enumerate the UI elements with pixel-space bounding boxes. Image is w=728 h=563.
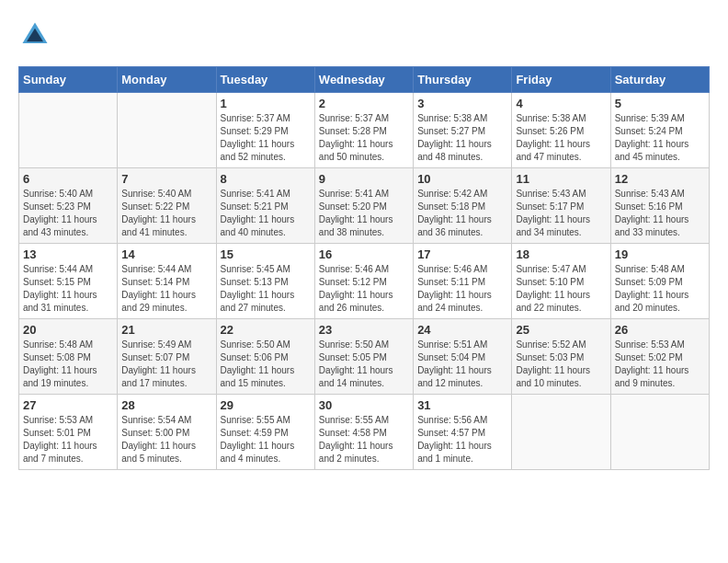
calendar-cell: 5Sunrise: 5:39 AMSunset: 5:24 PMDaylight… (610, 93, 709, 168)
day-detail: Sunrise: 5:44 AMSunset: 5:14 PMDaylight:… (121, 263, 211, 315)
day-detail: Sunrise: 5:46 AMSunset: 5:11 PMDaylight:… (417, 263, 507, 315)
calendar-cell: 13Sunrise: 5:44 AMSunset: 5:15 PMDayligh… (19, 244, 118, 319)
calendar-week-row: 1Sunrise: 5:37 AMSunset: 5:29 PMDaylight… (19, 93, 710, 168)
day-detail: Sunrise: 5:48 AMSunset: 5:09 PMDaylight:… (615, 263, 705, 315)
day-detail: Sunrise: 5:43 AMSunset: 5:16 PMDaylight:… (615, 188, 705, 239)
day-number: 18 (516, 247, 606, 261)
calendar-week-row: 13Sunrise: 5:44 AMSunset: 5:15 PMDayligh… (19, 244, 710, 319)
day-number: 10 (417, 172, 507, 186)
day-number: 23 (319, 323, 409, 337)
day-number: 17 (417, 247, 507, 261)
calendar-cell: 20Sunrise: 5:48 AMSunset: 5:08 PMDayligh… (19, 319, 118, 395)
day-detail: Sunrise: 5:40 AMSunset: 5:22 PMDaylight:… (121, 188, 211, 239)
weekday-header: Tuesday (216, 67, 314, 93)
weekday-header: Monday (118, 67, 216, 93)
day-number: 25 (516, 323, 606, 337)
calendar-table: SundayMondayTuesdayWednesdayThursdayFrid… (18, 66, 710, 470)
weekday-row: SundayMondayTuesdayWednesdayThursdayFrid… (19, 67, 710, 93)
calendar-cell: 11Sunrise: 5:43 AMSunset: 5:17 PMDayligh… (512, 168, 610, 244)
calendar-cell (512, 395, 610, 470)
weekday-header: Sunday (19, 67, 118, 93)
day-number: 6 (23, 172, 113, 186)
day-detail: Sunrise: 5:38 AMSunset: 5:27 PMDaylight:… (417, 112, 507, 164)
page-header (18, 18, 710, 52)
calendar-cell: 30Sunrise: 5:55 AMSunset: 4:58 PMDayligh… (314, 395, 413, 470)
day-number: 15 (221, 247, 311, 261)
day-detail: Sunrise: 5:39 AMSunset: 5:24 PMDaylight:… (615, 112, 705, 164)
day-number: 19 (615, 247, 705, 261)
calendar-week-row: 20Sunrise: 5:48 AMSunset: 5:08 PMDayligh… (19, 319, 710, 395)
calendar-cell: 4Sunrise: 5:38 AMSunset: 5:26 PMDaylight… (512, 93, 610, 168)
day-number: 29 (221, 398, 311, 412)
day-detail: Sunrise: 5:56 AMSunset: 4:57 PMDaylight:… (417, 414, 507, 465)
day-detail: Sunrise: 5:51 AMSunset: 5:04 PMDaylight:… (417, 339, 507, 390)
day-detail: Sunrise: 5:52 AMSunset: 5:03 PMDaylight:… (516, 339, 606, 390)
day-detail: Sunrise: 5:42 AMSunset: 5:18 PMDaylight:… (417, 188, 507, 239)
day-detail: Sunrise: 5:40 AMSunset: 5:23 PMDaylight:… (23, 188, 113, 239)
logo-icon (18, 18, 51, 52)
day-number: 5 (615, 97, 705, 110)
calendar-cell: 7Sunrise: 5:40 AMSunset: 5:22 PMDaylight… (118, 168, 216, 244)
calendar-cell: 28Sunrise: 5:54 AMSunset: 5:00 PMDayligh… (118, 395, 216, 470)
calendar-body: 1Sunrise: 5:37 AMSunset: 5:29 PMDaylight… (19, 93, 710, 470)
calendar-cell: 29Sunrise: 5:55 AMSunset: 4:59 PMDayligh… (216, 395, 314, 470)
day-number: 12 (615, 172, 705, 186)
day-detail: Sunrise: 5:45 AMSunset: 5:13 PMDaylight:… (221, 263, 311, 315)
calendar-cell (610, 395, 709, 470)
calendar-cell: 14Sunrise: 5:44 AMSunset: 5:14 PMDayligh… (118, 244, 216, 319)
calendar-cell: 15Sunrise: 5:45 AMSunset: 5:13 PMDayligh… (216, 244, 314, 319)
day-number: 1 (221, 97, 311, 110)
day-number: 3 (417, 97, 507, 110)
calendar-cell: 12Sunrise: 5:43 AMSunset: 5:16 PMDayligh… (610, 168, 709, 244)
weekday-header: Saturday (610, 67, 709, 93)
day-detail: Sunrise: 5:37 AMSunset: 5:29 PMDaylight:… (221, 112, 311, 164)
calendar-cell: 6Sunrise: 5:40 AMSunset: 5:23 PMDaylight… (19, 168, 118, 244)
calendar-week-row: 6Sunrise: 5:40 AMSunset: 5:23 PMDaylight… (19, 168, 710, 244)
day-number: 28 (121, 398, 211, 412)
day-number: 26 (615, 323, 705, 337)
calendar-cell: 31Sunrise: 5:56 AMSunset: 4:57 PMDayligh… (414, 395, 512, 470)
calendar-cell: 10Sunrise: 5:42 AMSunset: 5:18 PMDayligh… (414, 168, 512, 244)
day-detail: Sunrise: 5:49 AMSunset: 5:07 PMDaylight:… (121, 339, 211, 390)
calendar-cell: 9Sunrise: 5:41 AMSunset: 5:20 PMDaylight… (314, 168, 413, 244)
day-number: 24 (417, 323, 507, 337)
calendar-cell: 24Sunrise: 5:51 AMSunset: 5:04 PMDayligh… (414, 319, 512, 395)
day-number: 16 (319, 247, 409, 261)
calendar-cell: 3Sunrise: 5:38 AMSunset: 5:27 PMDaylight… (414, 93, 512, 168)
day-number: 21 (121, 323, 211, 337)
day-detail: Sunrise: 5:53 AMSunset: 5:01 PMDaylight:… (23, 414, 113, 465)
day-detail: Sunrise: 5:47 AMSunset: 5:10 PMDaylight:… (516, 263, 606, 315)
calendar-cell (19, 93, 118, 168)
day-detail: Sunrise: 5:44 AMSunset: 5:15 PMDaylight:… (23, 263, 113, 315)
calendar-cell: 19Sunrise: 5:48 AMSunset: 5:09 PMDayligh… (610, 244, 709, 319)
calendar-cell: 21Sunrise: 5:49 AMSunset: 5:07 PMDayligh… (118, 319, 216, 395)
calendar-cell: 26Sunrise: 5:53 AMSunset: 5:02 PMDayligh… (610, 319, 709, 395)
day-detail: Sunrise: 5:43 AMSunset: 5:17 PMDaylight:… (516, 188, 606, 239)
calendar-week-row: 27Sunrise: 5:53 AMSunset: 5:01 PMDayligh… (19, 395, 710, 470)
day-number: 7 (121, 172, 211, 186)
logo (18, 18, 55, 52)
day-number: 13 (23, 247, 113, 261)
calendar-cell: 25Sunrise: 5:52 AMSunset: 5:03 PMDayligh… (512, 319, 610, 395)
calendar-cell: 22Sunrise: 5:50 AMSunset: 5:06 PMDayligh… (216, 319, 314, 395)
day-number: 4 (516, 97, 606, 110)
day-detail: Sunrise: 5:53 AMSunset: 5:02 PMDaylight:… (615, 339, 705, 390)
weekday-header: Wednesday (314, 67, 413, 93)
day-detail: Sunrise: 5:48 AMSunset: 5:08 PMDaylight:… (23, 339, 113, 390)
day-detail: Sunrise: 5:41 AMSunset: 5:21 PMDaylight:… (221, 188, 311, 239)
day-number: 11 (516, 172, 606, 186)
day-number: 2 (319, 97, 409, 110)
day-number: 22 (221, 323, 311, 337)
weekday-header: Friday (512, 67, 610, 93)
day-detail: Sunrise: 5:55 AMSunset: 4:59 PMDaylight:… (221, 414, 311, 465)
calendar-cell: 16Sunrise: 5:46 AMSunset: 5:12 PMDayligh… (314, 244, 413, 319)
calendar-cell (118, 93, 216, 168)
day-detail: Sunrise: 5:55 AMSunset: 4:58 PMDaylight:… (319, 414, 409, 465)
day-number: 30 (319, 398, 409, 412)
day-number: 14 (121, 247, 211, 261)
day-detail: Sunrise: 5:37 AMSunset: 5:28 PMDaylight:… (319, 112, 409, 164)
day-number: 20 (23, 323, 113, 337)
day-detail: Sunrise: 5:41 AMSunset: 5:20 PMDaylight:… (319, 188, 409, 239)
calendar-cell: 8Sunrise: 5:41 AMSunset: 5:21 PMDaylight… (216, 168, 314, 244)
calendar-cell: 17Sunrise: 5:46 AMSunset: 5:11 PMDayligh… (414, 244, 512, 319)
